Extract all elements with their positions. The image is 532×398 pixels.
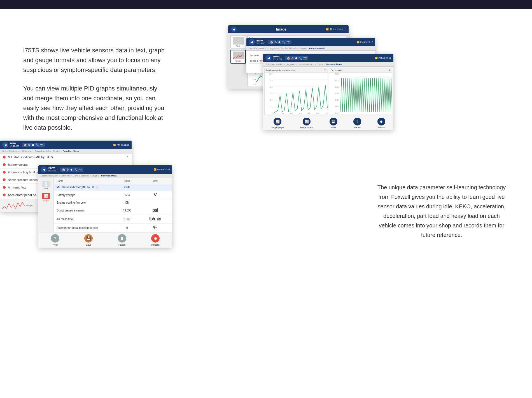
list-back-btn[interactable]: ◀ [2, 142, 8, 148]
camera-icon-g[interactable]: 📷 [303, 57, 307, 60]
single-graph-btn[interactable]: 📈 Single graph [271, 118, 284, 129]
save-btn-table[interactable]: 💾 Save [84, 234, 93, 246]
record-label-table: Record [151, 243, 160, 246]
bc-eng-l[interactable]: Engine [53, 150, 60, 152]
record-icon-g[interactable]: ⏺ [295, 57, 298, 60]
bmw-back-status: 📶 PM 09:20:17 [357, 41, 373, 43]
bc-ctrl-t[interactable]: Control Modules [73, 174, 89, 177]
record-btn-table[interactable]: ⏺ Record [151, 234, 160, 246]
table-row-accelerator[interactable]: Accelerator pedal position sensor 0 % [54, 224, 172, 232]
gauge-icon-l[interactable]: 🔧 [36, 143, 39, 146]
bc-sel-t[interactable]: Select Application [41, 174, 58, 177]
pause-btn-graph[interactable]: ⏸ Pause [353, 118, 361, 129]
record-icon[interactable]: ⏺ [278, 41, 281, 44]
graph-right-y-axis: 3300.83245.43190.03134.63079.23023.82968… [329, 73, 340, 115]
dropdown-arrow-left[interactable]: ▼ [324, 69, 326, 71]
bc-diag-l[interactable]: Diagnosis [22, 150, 32, 152]
table-back-btn[interactable]: ◀ [41, 166, 47, 173]
text-label-1: Text [44, 188, 48, 190]
table-column-headers: Name Value Unit [54, 178, 172, 184]
home-icon[interactable]: 🏠 [270, 41, 273, 44]
sidebar-thumb-2[interactable]: Graph [230, 50, 246, 64]
graph-left-y-axis: 105.087.570.052.535.017.50 [265, 73, 273, 115]
paragraph-1: i75TS shows live vehicle sensors data in… [23, 45, 169, 75]
bc-eng-t[interactable]: Engine [92, 174, 99, 177]
bc-func-l[interactable]: Function Menu [63, 150, 79, 152]
save-label-table: Save [86, 243, 92, 246]
home-icon-l[interactable]: 🏠 [24, 143, 27, 146]
record-icon-t[interactable]: ⏺ [70, 168, 73, 171]
settings-icon-g[interactable]: ⚙ [291, 57, 294, 60]
bc-func-t[interactable]: Function Menu [101, 174, 117, 177]
bc-sel-app-g[interactable]: Select Application [265, 63, 283, 66]
main-content: i75TS shows live vehicle sensors data in… [0, 9, 532, 398]
graph-label-sidebar: Graph [43, 200, 48, 202]
list-item-mil[interactable]: MIL status indicator(MIL by DTC) 1 [0, 153, 132, 161]
table-row-mil[interactable]: MIL status indicator(MIL by DTC) OFF [54, 184, 172, 191]
table-row-battery[interactable]: Battery voltage 12.4 V [54, 191, 172, 199]
dropdown-arrow-right[interactable]: ▼ [388, 69, 391, 71]
camera-icon[interactable]: 📷 [286, 41, 290, 44]
help-btn[interactable]: ? Help [51, 234, 59, 246]
table-brand: BMW V1.10.007 [48, 167, 57, 172]
bc-diag-t[interactable]: Diagnosis [61, 174, 71, 177]
graph-footer: 📈 Single graph 📊 Merge Graph 💾 Save ⏸ Pa… [263, 116, 393, 130]
bc-engine[interactable]: Engine [300, 47, 307, 50]
gauge-icon-g[interactable]: 🔧 [299, 57, 302, 60]
gauge-icon[interactable]: 🔧 [282, 41, 285, 44]
settings-icon-l[interactable]: ⚙ [28, 143, 31, 146]
image-device-status: 📶 🔋 PM 09:20:17 [326, 28, 346, 31]
camera-icon-t[interactable]: 📷 [78, 168, 82, 171]
save-icon-table: 💾 [84, 234, 93, 243]
settings-icon-t[interactable]: ⚙ [66, 168, 69, 171]
bmw-back-breadcrumb: Select Application › Diagnosis › Control… [246, 46, 375, 51]
bc-eng-g[interactable]: Engine [317, 63, 324, 66]
col-name-header: Name [57, 180, 113, 182]
dot-boost [3, 178, 6, 181]
sidebar-graph-1[interactable]: 📊 Graph [40, 192, 52, 203]
graph-device-screen: ◀ BMW V1.10.007 🏠 ⚙ ⏺ 🔧 📷 📶 PM 09:20:17 [263, 54, 393, 130]
table-row-boost[interactable]: Boost pressure sensor 43.393 psi [54, 206, 172, 215]
home-icon-g[interactable]: 🏠 [287, 57, 290, 60]
bmw-back-btn[interactable]: ◀ [249, 39, 255, 45]
bc-func-g[interactable]: Function Menu [326, 63, 342, 66]
bc-ctrl-g[interactable]: Control Modules [298, 63, 314, 66]
settings-icon[interactable]: ⚙ [274, 41, 277, 44]
boost-row-value: 43.393 [113, 209, 141, 212]
mini-graph [2, 201, 25, 210]
sidebar-text-1[interactable]: 📄 Text [40, 180, 52, 191]
graph-panel-left-header: Accelerator pedal position sensor ▼ [265, 68, 328, 73]
sidebar-thumb-1[interactable]: Text [230, 35, 246, 48]
bc-ctrl-l[interactable]: Control Modules [35, 150, 51, 152]
graph-back-btn[interactable]: ◀ [265, 55, 272, 61]
table-row-airmass[interactable]: Air mass flow 3.307 lb/min [54, 215, 172, 224]
list-brand: BMW V1.10.007 [10, 142, 19, 147]
home-icon-t[interactable]: 🏠 [62, 168, 65, 171]
bc-diag-g[interactable]: Diagnosis [286, 63, 295, 66]
graph-right-plot [340, 73, 392, 115]
camera-icon-l[interactable]: 📷 [40, 143, 43, 146]
image-device-back-btn[interactable]: ◀ [231, 26, 237, 32]
save-btn-graph[interactable]: 💾 Save [330, 118, 337, 129]
record-icon-l[interactable]: ⏺ [32, 143, 34, 146]
merge-graph-icon: 📊 [303, 118, 311, 125]
list-dev-header: ◀ BMW V1.10.007 🏠 ⚙ ⏺ 🔧 📷 📶 PM 09:21:00 [0, 141, 132, 149]
data-table-wrapper: Name Value Unit MIL status indicator(MIL… [54, 178, 172, 232]
bc-sel-l[interactable]: Select Application [2, 150, 20, 152]
airmass-row-value: 3.307 [113, 218, 141, 221]
table-device-screen: ◀ BMW V1.10.007 🏠 ⚙ ⏺ 🔧 📷 📶 PM 09:21:23 [38, 165, 172, 248]
left-text-section: i75TS shows live vehicle sensors data in… [23, 45, 169, 141]
table-left-sidebar: 📄 Text 📊 Graph [38, 178, 54, 232]
pause-btn-table[interactable]: ⏸ Pause [118, 234, 126, 246]
table-device-container: ◀ BMW V1.10.007 🏠 ⚙ ⏺ 🔧 📷 📶 PM 09:21:23 [38, 165, 172, 248]
bc-function-menu[interactable]: Function Menu [309, 47, 325, 50]
bc-diagnosis[interactable]: Diagnosis [269, 47, 279, 50]
merge-graph-btn[interactable]: 📊 Merge Graph [300, 118, 313, 129]
bc-control-modules[interactable]: Control Modules [281, 47, 297, 50]
gauge-icon-t[interactable]: 🔧 [74, 168, 77, 171]
table-row-cooling[interactable]: Engine cooling fan-Low ON [54, 199, 172, 206]
bc-select-app[interactable]: Select Application [249, 47, 266, 50]
graph-bar-label: Graph [26, 204, 32, 207]
cooling-row-value: ON [113, 201, 141, 204]
record-btn-graph[interactable]: ⏺ Record [377, 118, 385, 129]
